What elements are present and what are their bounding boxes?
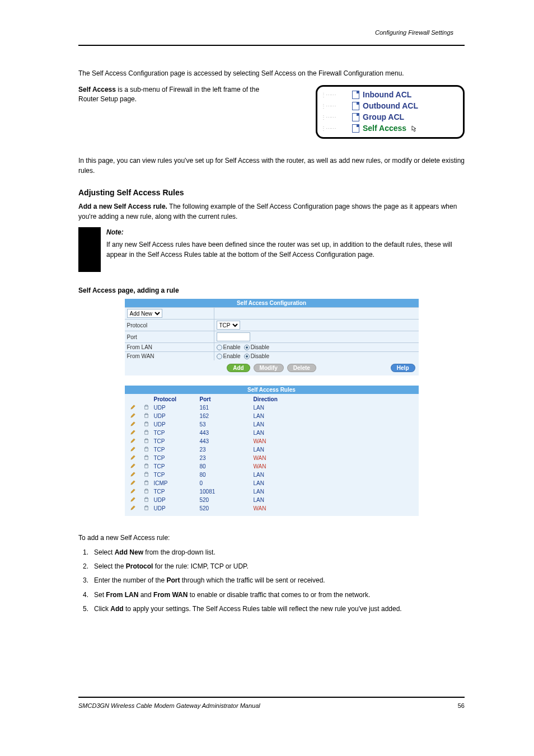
svg-rect-9 — [145, 482, 148, 485]
page-icon — [352, 113, 359, 121]
edit-icon[interactable] — [130, 414, 136, 420]
list-item: 1. Select Add New from the drop-down lis… — [78, 547, 465, 558]
edit-icon[interactable] — [130, 439, 136, 445]
nav-item-group-acl[interactable]: ⋮⋯⋯ Group ACL — [321, 111, 457, 123]
radio-label: Disable — [251, 344, 269, 350]
cell-protocol: UDP — [154, 497, 200, 503]
step-prefix: Enter the number of the — [94, 576, 166, 584]
from-wan-enable-radio[interactable]: Enable — [217, 353, 241, 359]
delete-icon[interactable] — [143, 422, 149, 428]
delete-icon[interactable] — [143, 472, 149, 478]
footer-left-text: SMCD3GN Wireless Cable Modem Gateway Adm… — [78, 702, 260, 709]
svg-rect-10 — [145, 490, 148, 494]
step-rest: from the drop-down list. — [143, 548, 216, 556]
edit-icon[interactable] — [130, 497, 136, 504]
cell-direction: WAN — [254, 455, 416, 461]
cell-protocol: TCP — [154, 489, 200, 495]
step-prefix: Select the — [94, 562, 126, 570]
header-right-text: Configuring Firewall Settings — [375, 29, 453, 36]
delete-icon[interactable] — [143, 456, 149, 462]
col-direction: Direction — [254, 396, 416, 402]
after-figure-text: To add a new Self Access rule: — [78, 533, 465, 543]
cell-direction: WAN — [254, 505, 416, 511]
step-prefix: Select — [94, 548, 115, 556]
edit-icon[interactable] — [130, 447, 136, 453]
protocol-select[interactable]: TCP — [217, 321, 240, 330]
from-lan-enable-radio[interactable]: Enable — [217, 344, 241, 350]
tree-connector-icon: ⋮⋯⋯ — [321, 103, 349, 109]
delete-icon[interactable] — [143, 464, 149, 470]
table-row: TCP23WAN — [125, 454, 419, 462]
step-prefix: Click — [94, 605, 110, 613]
nav-label: Inbound ACL — [363, 90, 411, 99]
nav-label: Outbound ACL — [363, 101, 418, 110]
step-prefix: Set — [94, 591, 106, 599]
svg-rect-0 — [145, 406, 148, 410]
cell-direction: LAN — [254, 472, 416, 478]
delete-button[interactable]: Delete — [287, 364, 316, 372]
from-lan-disable-radio[interactable]: Disable — [244, 344, 269, 350]
cell-direction: LAN — [254, 421, 416, 428]
page-icon — [352, 124, 359, 133]
port-label: Port — [125, 331, 214, 342]
protocol-label: Protocol — [125, 320, 214, 331]
edit-icon[interactable] — [130, 456, 136, 462]
cell-protocol: TCP — [154, 463, 200, 469]
cell-direction: LAN — [254, 430, 416, 436]
delete-icon[interactable] — [143, 489, 149, 495]
cell-port: 23 — [200, 455, 254, 461]
table-row: UDP520LAN — [125, 496, 419, 504]
intro-paragraph: The Self Access Configuration page is ac… — [78, 68, 465, 78]
section-heading: Adjusting Self Access Rules — [78, 188, 465, 197]
delete-icon[interactable] — [143, 447, 149, 453]
edit-icon[interactable] — [130, 464, 136, 470]
edit-icon[interactable] — [130, 489, 136, 495]
delete-icon[interactable] — [143, 481, 149, 487]
mode-select[interactable]: Add New — [127, 309, 162, 318]
radio-icon — [244, 345, 250, 350]
modify-button[interactable]: Modify — [254, 364, 284, 372]
config-row-from-wan: From WAN Enable Disable — [125, 351, 419, 360]
from-wan-disable-radio[interactable]: Disable — [244, 353, 269, 359]
nav-tree-box: ⋮⋯⋯ Inbound ACL ⋮⋯⋯ Outbound ACL ⋮⋯⋯ Gro… — [316, 85, 465, 139]
add-button[interactable]: Add — [227, 364, 250, 372]
edit-icon[interactable] — [130, 430, 136, 436]
cell-port: 53 — [200, 421, 254, 428]
self-access-config-panel: Self Access Configuration Add New Protoc… — [125, 299, 419, 375]
cell-port: 10081 — [200, 489, 254, 495]
cell-protocol: UDP — [154, 505, 200, 511]
tree-connector-icon: ⋮⋯⋯ — [321, 114, 349, 120]
port-input[interactable] — [217, 332, 250, 341]
nav-item-self-access[interactable]: ⋮⋯⋯ Self Access — [321, 123, 457, 134]
from-lan-label: From LAN — [125, 343, 214, 351]
config-row-from-lan: From LAN Enable Disable — [125, 342, 419, 351]
edit-icon[interactable] — [130, 506, 136, 512]
delete-icon[interactable] — [143, 506, 149, 512]
svg-rect-12 — [145, 507, 148, 510]
note-block: Note: If any new Self Access rules have … — [78, 227, 465, 272]
step-number: 5. — [78, 604, 88, 614]
delete-icon[interactable] — [143, 497, 149, 504]
rules-header-row: Protocol Port Direction — [125, 395, 419, 403]
step-number: 4. — [78, 590, 88, 600]
svg-rect-6 — [145, 457, 148, 460]
list-item: 5. Click Add to apply your settings. The… — [78, 604, 465, 614]
step-suffix: to enable or disable traffic that comes … — [188, 591, 370, 599]
delete-icon[interactable] — [143, 430, 149, 436]
delete-icon[interactable] — [143, 439, 149, 445]
help-button[interactable]: Help — [391, 364, 415, 372]
cell-protocol: TCP — [154, 472, 200, 478]
tree-connector-icon: ⋮⋯⋯ — [321, 125, 349, 132]
nav-item-outbound-acl[interactable]: ⋮⋯⋯ Outbound ACL — [321, 100, 457, 111]
delete-icon[interactable] — [143, 414, 149, 420]
panel-title: Self Access Configuration — [125, 299, 419, 307]
list-item: 4. Set From LAN and From WAN to enable o… — [78, 590, 465, 600]
cell-port: 80 — [200, 472, 254, 478]
edit-icon[interactable] — [130, 422, 136, 428]
edit-icon[interactable] — [130, 405, 136, 411]
nav-item-inbound-acl[interactable]: ⋮⋯⋯ Inbound ACL — [321, 89, 457, 100]
edit-icon[interactable] — [130, 481, 136, 487]
delete-icon[interactable] — [143, 405, 149, 411]
step-strong-b: From WAN — [153, 591, 188, 599]
edit-icon[interactable] — [130, 472, 136, 478]
